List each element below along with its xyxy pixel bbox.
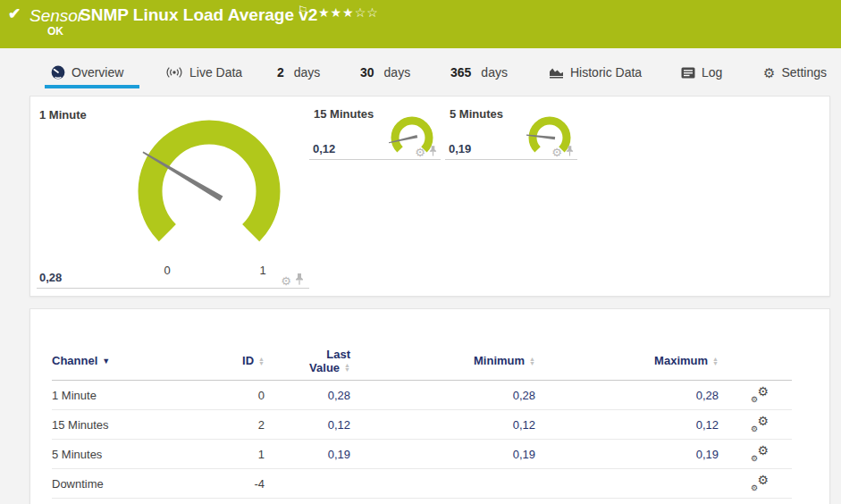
channel-name: 5 Minutes xyxy=(52,448,222,461)
tab-30-days-label: days xyxy=(384,65,411,80)
gauge-panel-15-minutes: 15 Minutes 0,12 ⚙ xyxy=(309,101,441,160)
sort-arrows-icon[interactable]: ▲▼ xyxy=(529,357,535,365)
settings-gear-icon: ⚙ xyxy=(763,66,775,80)
status-ok-check-icon: ✔ xyxy=(8,4,21,23)
sensor-title: SNMP Linux Load Average v2 xyxy=(80,5,317,25)
header-minimum-label: Minimum xyxy=(474,354,525,367)
table-row: Downtime -4 ⚙⚙ xyxy=(52,469,792,499)
prtg-sensor-page: ✔ Sensor SNMP Linux Load Average v2 ⚐ ★★… xyxy=(0,0,841,504)
header-last-value-line2: Value xyxy=(309,361,340,374)
channel-id: 0 xyxy=(222,389,265,402)
tab-365-days[interactable]: 365 days xyxy=(450,61,508,84)
gauge-value: 0,12 xyxy=(313,142,335,155)
gauge-title: 5 Minutes xyxy=(450,107,503,121)
channel-settings-icon[interactable]: ⚙⚙ xyxy=(751,416,769,433)
header-id[interactable]: ID ▲▼ xyxy=(222,354,265,367)
priority-flag-icon[interactable]: ⚐ xyxy=(298,4,308,17)
gauge-scale-max: 1 xyxy=(253,264,273,277)
tab-settings-label: Settings xyxy=(781,65,827,80)
channel-maximum: 0,28 xyxy=(535,389,719,402)
table-row: 5 Minutes 1 0,19 0,19 0,19 ⚙⚙ xyxy=(52,440,792,469)
channel-name: 15 Minutes xyxy=(52,418,222,432)
tab-2-days[interactable]: 2 days xyxy=(277,61,320,84)
live-broadcast-icon xyxy=(165,66,183,79)
gauge-value: 0,19 xyxy=(449,142,471,155)
header-maximum-label: Maximum xyxy=(654,354,708,367)
tab-settings[interactable]: ⚙ Settings xyxy=(763,61,827,84)
gauge-pin-icon[interactable] xyxy=(295,273,304,289)
object-kind-label: Sensor xyxy=(29,6,83,26)
log-list-icon xyxy=(681,67,695,79)
channel-settings-icon[interactable]: ⚙⚙ xyxy=(751,475,769,491)
gauge-panel-1-minute: 1 Minute 0 1 0,28 ⚙ xyxy=(37,101,309,289)
gauge-icon xyxy=(51,65,65,80)
channel-maximum: 0,19 xyxy=(535,448,719,461)
gauges-card: 1 Minute 0 1 0,28 ⚙ 15 Minutes xyxy=(29,96,830,297)
gauge-pin-icon[interactable] xyxy=(429,144,437,160)
gauge-panel-5-minutes: 5 Minutes 0,19 ⚙ xyxy=(445,101,577,160)
channel-minimum: 0,12 xyxy=(350,418,535,432)
channel-minimum: 0,28 xyxy=(350,389,535,402)
header-minimum[interactable]: Minimum ▲▼ xyxy=(350,354,535,367)
channel-id: 1 xyxy=(222,448,265,461)
stars-empty[interactable]: ☆☆ xyxy=(355,5,379,20)
channel-name: 1 Minute xyxy=(52,389,222,402)
tab-365-days-label: days xyxy=(481,65,508,80)
gauge-title: 1 Minute xyxy=(39,108,87,122)
channel-maximum: 0,12 xyxy=(535,418,719,432)
header-maximum[interactable]: Maximum ▲▼ xyxy=(535,354,719,367)
channel-name: Downtime xyxy=(52,477,222,491)
tab-2-days-label: days xyxy=(294,65,321,80)
gauge-scale-min: 0 xyxy=(157,264,177,277)
table-row: 15 Minutes 2 0,12 0,12 0,12 ⚙⚙ xyxy=(52,410,792,440)
sort-active-caret-icon: ▼ xyxy=(102,357,110,365)
historic-chart-icon xyxy=(549,66,564,79)
channel-table-header: Channel ▼ ID ▲▼ Last Value ▲▼ xyxy=(52,341,792,381)
channel-last-value: 0,19 xyxy=(265,448,350,461)
channel-minimum: 0,19 xyxy=(350,448,535,461)
channel-id: 2 xyxy=(222,418,265,432)
gauge-title: 15 Minutes xyxy=(314,107,374,121)
gauge-value: 0,28 xyxy=(39,271,62,284)
tab-live-data-label: Live Data xyxy=(189,65,242,80)
gauge-dial xyxy=(134,116,284,248)
header-last-value-line1: Last xyxy=(326,348,350,361)
channel-id: -4 xyxy=(222,477,265,491)
sort-arrows-icon[interactable]: ▲▼ xyxy=(258,357,265,365)
tab-overview-label: Overview xyxy=(71,65,123,80)
priority-stars[interactable]: ★★★☆☆ xyxy=(318,5,379,20)
tab-30-days-number: 30 xyxy=(360,65,374,80)
sort-arrows-icon[interactable]: ▲▼ xyxy=(344,363,350,372)
channel-settings-icon[interactable]: ⚙⚙ xyxy=(751,387,769,403)
tab-historic-data-label: Historic Data xyxy=(570,65,642,80)
channel-last-value: 0,12 xyxy=(265,418,350,432)
channel-settings-icon[interactable]: ⚙⚙ xyxy=(751,446,769,462)
header-id-label: ID xyxy=(242,354,254,367)
gauge-pin-icon[interactable] xyxy=(566,144,574,160)
tab-historic-data[interactable]: Historic Data xyxy=(549,61,642,84)
table-row: 1 Minute 0 0,28 0,28 0,28 ⚙⚙ xyxy=(52,381,792,410)
tab-bar: Overview Live Data 2 days 30 days 365 da… xyxy=(0,48,841,90)
tab-live-data[interactable]: Live Data xyxy=(165,61,242,84)
gauge-settings-gear-icon[interactable]: ⚙ xyxy=(415,147,425,158)
tab-log-label: Log xyxy=(702,65,722,80)
tab-30-days[interactable]: 30 days xyxy=(360,61,410,84)
header-channel[interactable]: Channel ▼ xyxy=(52,354,222,367)
channel-table: Channel ▼ ID ▲▼ Last Value ▲▼ xyxy=(52,341,792,499)
tab-log[interactable]: Log xyxy=(681,61,722,84)
channel-last-value: 0,28 xyxy=(265,389,350,402)
stars-filled[interactable]: ★★★ xyxy=(318,5,355,20)
gauge-settings-gear-icon[interactable]: ⚙ xyxy=(551,147,562,158)
sensor-status-banner: ✔ Sensor SNMP Linux Load Average v2 ⚐ ★★… xyxy=(0,0,841,48)
active-tab-indicator xyxy=(45,85,139,88)
tab-365-days-number: 365 xyxy=(450,65,471,80)
sensor-status-text: OK xyxy=(47,25,63,38)
channels-card: Channel ▼ ID ▲▼ Last Value ▲▼ xyxy=(29,308,830,504)
header-channel-label: Channel xyxy=(52,354,97,367)
sort-arrows-icon[interactable]: ▲▼ xyxy=(712,357,719,365)
gauge-settings-gear-icon[interactable]: ⚙ xyxy=(281,275,291,287)
header-last-value[interactable]: Last Value ▲▼ xyxy=(265,348,350,374)
tab-2-days-number: 2 xyxy=(277,65,284,80)
tab-overview[interactable]: Overview xyxy=(51,61,123,84)
